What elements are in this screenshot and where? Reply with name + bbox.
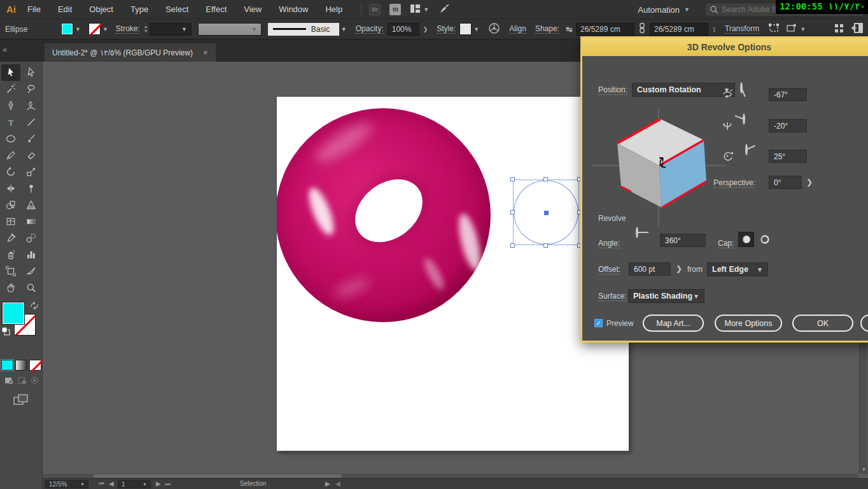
stroke-weight-stepper[interactable]: ▲▼ bbox=[144, 25, 148, 33]
angle-dial[interactable] bbox=[636, 227, 638, 238]
shape-height-field[interactable]: 26/5289 cm bbox=[650, 23, 708, 36]
artboard-navigation-dropdown[interactable]: 1▼ bbox=[118, 480, 151, 488]
object-center-point[interactable] bbox=[544, 211, 549, 215]
workspace-chevron-icon[interactable]: ▼ bbox=[423, 6, 429, 13]
width-tool[interactable] bbox=[1, 180, 20, 197]
color-button[interactable] bbox=[1, 360, 13, 371]
menu-file[interactable]: File bbox=[27, 4, 41, 14]
menu-edit[interactable]: Edit bbox=[58, 4, 72, 14]
rotate-x-dial[interactable] bbox=[740, 82, 743, 94]
gradient-button[interactable] bbox=[15, 360, 27, 371]
scale-tool[interactable] bbox=[22, 164, 41, 180]
status-back-icon[interactable]: ◀ bbox=[335, 480, 340, 487]
pencil-tool[interactable] bbox=[1, 147, 20, 164]
cap-hollow-button[interactable] bbox=[757, 232, 773, 247]
menu-object[interactable]: Object bbox=[89, 4, 113, 14]
magic-wand-tool[interactable] bbox=[1, 81, 20, 97]
panel-collapse-icon[interactable] bbox=[851, 23, 863, 35]
transform-label[interactable]: Transform bbox=[725, 24, 759, 34]
horizontal-scrollbar-thumb[interactable] bbox=[94, 474, 342, 478]
slice-tool[interactable] bbox=[22, 263, 41, 280]
transform-chevron-icon[interactable]: ▼ bbox=[800, 26, 806, 32]
offset-label[interactable]: Offset: bbox=[598, 265, 620, 274]
default-fill-stroke-icon[interactable] bbox=[1, 327, 10, 337]
next-artboard-icon[interactable]: ▶ bbox=[156, 480, 161, 487]
draw-inside-icon[interactable] bbox=[31, 376, 39, 386]
angle-field[interactable]: 360° bbox=[660, 234, 706, 247]
selection-tool[interactable] bbox=[1, 64, 20, 81]
offset-field[interactable]: 600 pt bbox=[629, 262, 671, 276]
shape-width-field[interactable]: 26/5289 cm bbox=[576, 23, 634, 36]
symbol-sprayer-tool[interactable] bbox=[1, 246, 20, 263]
variable-width-profile-field[interactable]: Basic bbox=[268, 23, 339, 36]
last-artboard-icon[interactable]: ⏭ bbox=[165, 480, 171, 488]
menu-effect[interactable]: Effect bbox=[206, 4, 227, 14]
selection-handle[interactable] bbox=[510, 210, 515, 215]
perspective-field[interactable]: 0° bbox=[769, 176, 802, 189]
selected-circle-object[interactable] bbox=[513, 180, 579, 245]
position-label[interactable]: Position: bbox=[598, 85, 627, 95]
rotate-tool[interactable] bbox=[1, 164, 20, 180]
ellipse-tool[interactable] bbox=[1, 131, 20, 147]
bounding-box-icon[interactable] bbox=[768, 23, 780, 35]
selection-handle[interactable] bbox=[543, 177, 548, 181]
scroll-down-icon[interactable]: ▼ bbox=[860, 467, 868, 472]
torus-artwork[interactable] bbox=[277, 97, 629, 451]
lasso-tool[interactable] bbox=[22, 81, 41, 97]
tab-close-icon[interactable]: × bbox=[203, 48, 208, 57]
swap-fill-stroke-icon[interactable] bbox=[29, 301, 39, 312]
bridge-icon[interactable]: Br bbox=[369, 4, 381, 15]
stroke-chevron-icon[interactable]: ▼ bbox=[102, 26, 108, 32]
curvature-tool[interactable] bbox=[22, 97, 41, 114]
artboard[interactable] bbox=[277, 97, 629, 451]
opacity-field[interactable]: 100% bbox=[388, 23, 419, 36]
document-tab[interactable]: Untitled-2* @ ١٢/٥% (RGB/GPU Preview) × bbox=[45, 43, 216, 62]
menu-select[interactable]: Select bbox=[165, 4, 188, 14]
arrange-documents-icon[interactable] bbox=[834, 24, 844, 35]
draw-normal-icon[interactable] bbox=[4, 376, 13, 386]
menu-help[interactable]: Help bbox=[325, 4, 342, 14]
zoom-level-dropdown[interactable]: 12/5%▼ bbox=[45, 480, 88, 488]
stroke-color-swatch[interactable] bbox=[88, 23, 101, 35]
draw-behind-icon[interactable] bbox=[17, 376, 27, 386]
brush-definition-field[interactable]: ▼ bbox=[198, 23, 262, 36]
position-dropdown[interactable]: Custom Rotation▼ bbox=[632, 83, 735, 97]
selection-handle[interactable] bbox=[510, 243, 515, 248]
isolate-selection-icon[interactable] bbox=[786, 23, 797, 35]
more-options-button[interactable]: More Options bbox=[715, 315, 782, 332]
fill-chevron-icon[interactable]: ▼ bbox=[75, 26, 81, 32]
map-art-button[interactable]: Map Art... bbox=[643, 315, 704, 332]
shape-builder-tool[interactable] bbox=[1, 197, 20, 213]
stock-icon[interactable]: St bbox=[389, 4, 401, 15]
rotate-z-field[interactable]: 25° bbox=[769, 150, 807, 163]
rotate-y-field[interactable]: -20° bbox=[769, 119, 807, 132]
cap-label[interactable]: Cap: bbox=[718, 239, 734, 248]
rotate-x-field[interactable]: -67° bbox=[769, 88, 807, 101]
first-artboard-icon[interactable]: ⏮ bbox=[99, 480, 104, 488]
puppet-warp-tool[interactable] bbox=[22, 180, 41, 197]
opacity-label[interactable]: Opacity: bbox=[356, 24, 384, 34]
surface-label[interactable]: Surface: bbox=[598, 292, 627, 301]
menu-view[interactable]: View bbox=[244, 4, 262, 14]
gradient-tool[interactable] bbox=[22, 213, 41, 230]
offset-from-dropdown[interactable]: Left Edge▼ bbox=[707, 262, 768, 276]
gpu-rocket-icon[interactable] bbox=[439, 3, 451, 16]
menu-window[interactable]: Window bbox=[279, 4, 308, 14]
opacity-expand-icon[interactable]: ❯ bbox=[423, 26, 428, 32]
line-segment-tool[interactable] bbox=[22, 114, 41, 131]
artboard-tool[interactable] bbox=[1, 263, 20, 280]
rotation-cube-preview[interactable] bbox=[592, 102, 725, 229]
mesh-tool[interactable] bbox=[1, 213, 20, 230]
link-dimensions-icon[interactable] bbox=[638, 22, 646, 36]
previous-artboard-icon[interactable]: ◀ bbox=[109, 480, 114, 487]
cancel-button[interactable]: Cancel bbox=[860, 315, 868, 332]
pen-tool[interactable] bbox=[1, 97, 20, 114]
horizontal-scrollbar[interactable] bbox=[43, 474, 858, 478]
perspective-label[interactable]: Perspective: bbox=[713, 178, 755, 188]
blend-tool[interactable] bbox=[22, 230, 41, 246]
selection-handle[interactable] bbox=[510, 177, 515, 181]
surface-dropdown[interactable]: Plastic Shading▼ bbox=[628, 289, 704, 303]
fill-proxy-swatch[interactable] bbox=[2, 302, 25, 325]
status-expand-icon[interactable]: ▶ bbox=[325, 480, 330, 487]
cap-solid-button[interactable] bbox=[738, 232, 754, 247]
